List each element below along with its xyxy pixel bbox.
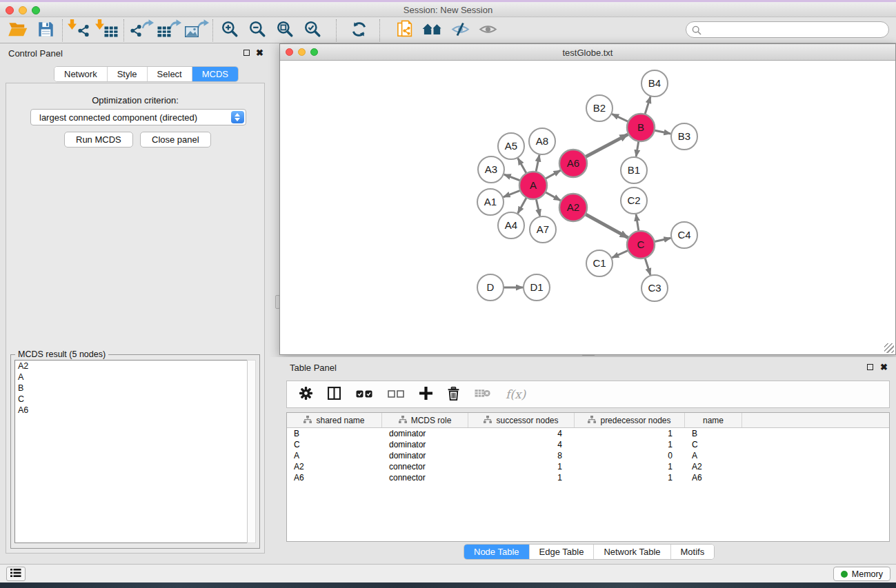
- column-header-shared-name[interactable]: shared name: [287, 413, 382, 427]
- column-header-mcds-role[interactable]: MCDS role: [382, 413, 468, 427]
- zoom-in-button[interactable]: [216, 19, 243, 41]
- column-header-label: shared name: [316, 416, 364, 425]
- desktop-wallpaper-bottom: [0, 582, 896, 588]
- open-file-button[interactable]: [4, 19, 32, 41]
- show-panel-button[interactable]: [474, 19, 501, 41]
- zoom-fit-button[interactable]: [271, 19, 299, 41]
- table-icon: [104, 26, 118, 39]
- graph-node-A2[interactable]: A2: [559, 194, 587, 221]
- graph-node-D[interactable]: D: [477, 274, 504, 301]
- tab-network[interactable]: Network: [54, 67, 108, 81]
- table-panel-title: Table Panel: [290, 363, 337, 373]
- column-header-name[interactable]: name: [685, 413, 742, 427]
- table-row[interactable]: Cdominator41C: [287, 439, 889, 450]
- delete-table-button[interactable]: [475, 388, 490, 401]
- table-cell: A2: [287, 461, 382, 472]
- tab-select[interactable]: Select: [148, 67, 192, 81]
- graph-node-A8[interactable]: A8: [529, 128, 555, 154]
- network-canvas[interactable]: AA1A2A3A4A5A6A7A8BB1B2B3B4CC1C2C3C4DD1: [280, 61, 895, 354]
- export-network-button[interactable]: [127, 19, 155, 41]
- delete-column-button[interactable]: [448, 387, 459, 403]
- home-button[interactable]: [419, 19, 446, 41]
- select-all-button[interactable]: [356, 389, 372, 400]
- graph-node-A[interactable]: A: [519, 172, 547, 199]
- status-bar: Memory: [0, 564, 896, 582]
- new-session-button[interactable]: [391, 19, 419, 41]
- window-resize-grip[interactable]: [884, 343, 894, 353]
- search-input[interactable]: [704, 23, 884, 36]
- result-list-item[interactable]: C: [15, 394, 247, 405]
- tab-network-table[interactable]: Network Table: [594, 545, 670, 559]
- table-settings-button[interactable]: [299, 387, 312, 402]
- session-document-icon: [397, 20, 412, 41]
- run-mcds-button[interactable]: Run MCDS: [64, 132, 133, 148]
- graph-node-B1[interactable]: B1: [621, 157, 647, 183]
- zoom-selected-button[interactable]: [299, 19, 326, 41]
- tab-style[interactable]: Style: [108, 67, 148, 81]
- memory-button[interactable]: Memory: [833, 567, 890, 581]
- tab-mcds[interactable]: MCDS: [192, 67, 238, 81]
- close-panel-icon[interactable]: ✖: [256, 49, 263, 57]
- zoom-out-button[interactable]: [243, 19, 271, 41]
- graph-node-C2[interactable]: C2: [621, 187, 647, 214]
- mcds-tab-content: Optimization criterion: largest connecte…: [6, 83, 265, 554]
- hide-panel-button[interactable]: [446, 19, 474, 41]
- export-table-button[interactable]: [155, 19, 182, 41]
- import-arrow-icon: [68, 19, 77, 32]
- zoom-out-icon: [248, 20, 266, 40]
- search-field: [686, 21, 889, 38]
- split-view-button[interactable]: [328, 387, 341, 402]
- tab-node-table[interactable]: Node Table: [464, 545, 530, 559]
- add-column-button[interactable]: [419, 387, 432, 402]
- optimization-criterion-select[interactable]: largest connected component (directed): [30, 109, 246, 125]
- table-tabs: Node TableEdge TableNetwork TableMotifs: [464, 544, 715, 560]
- graph-node-A5[interactable]: A5: [498, 133, 524, 159]
- tab-motifs[interactable]: Motifs: [671, 545, 715, 559]
- close-panel-icon[interactable]: ✖: [880, 363, 888, 371]
- node-table: shared nameMCDS rolesuccessor nodesprede…: [286, 412, 890, 542]
- graph-node-B3[interactable]: B3: [671, 123, 697, 150]
- result-list-item[interactable]: A6: [15, 405, 247, 416]
- table-row[interactable]: A2connector11A2: [287, 461, 889, 472]
- graph-node-C[interactable]: C: [627, 231, 655, 258]
- save-session-button[interactable]: [32, 19, 59, 41]
- column-header-predecessor-nodes[interactable]: predecessor nodes: [575, 413, 685, 427]
- table-cell: 8: [468, 450, 575, 461]
- function-builder-button[interactable]: f(x): [506, 387, 526, 401]
- table-row[interactable]: Adominator80A: [287, 450, 889, 461]
- graph-node-label: B: [637, 121, 644, 133]
- result-list-item[interactable]: A: [15, 372, 247, 383]
- table-row[interactable]: A6connector11A6: [287, 472, 889, 483]
- refresh-button[interactable]: [345, 19, 372, 41]
- deselect-all-button[interactable]: [388, 389, 404, 400]
- graph-node-C3[interactable]: C3: [641, 275, 668, 301]
- graph-node-A4[interactable]: A4: [498, 212, 524, 239]
- graph-node-B4[interactable]: B4: [641, 70, 668, 97]
- graph-node-B[interactable]: B: [627, 114, 655, 141]
- graph-node-A7[interactable]: A7: [530, 216, 556, 243]
- table-row[interactable]: Bdominator41B: [287, 428, 889, 439]
- table-panel: Table Panel ✖ f(x) shared nameMCDS roles…: [270, 357, 896, 564]
- tab-edge-table[interactable]: Edge Table: [530, 545, 595, 559]
- graph-node-A3[interactable]: A3: [478, 156, 504, 183]
- float-panel-icon[interactable]: [867, 364, 873, 370]
- network-window-titlebar: testGlobe.txt: [280, 44, 895, 61]
- export-image-button[interactable]: [182, 19, 210, 41]
- graph-node-D1[interactable]: D1: [524, 274, 550, 301]
- graph-node-C4[interactable]: C4: [671, 222, 697, 248]
- graph-node-A1[interactable]: A1: [477, 189, 504, 215]
- table-cell: A6: [287, 472, 382, 483]
- task-history-button[interactable]: [6, 567, 26, 581]
- column-header-successor-nodes[interactable]: successor nodes: [468, 413, 575, 427]
- graph-node-B2[interactable]: B2: [586, 95, 613, 121]
- result-scrollbar[interactable]: [247, 360, 256, 543]
- result-list-item[interactable]: A2: [15, 361, 247, 372]
- result-list-item[interactable]: B: [15, 383, 247, 394]
- import-table-button[interactable]: [93, 19, 121, 41]
- graph-node-A6[interactable]: A6: [559, 150, 587, 177]
- float-panel-icon[interactable]: [243, 50, 250, 56]
- graph-node-C1[interactable]: C1: [586, 250, 613, 276]
- mcds-result-list[interactable]: A2ABCA6: [14, 360, 248, 543]
- import-network-button[interactable]: [66, 19, 93, 41]
- close-panel-button[interactable]: Close panel: [140, 132, 211, 148]
